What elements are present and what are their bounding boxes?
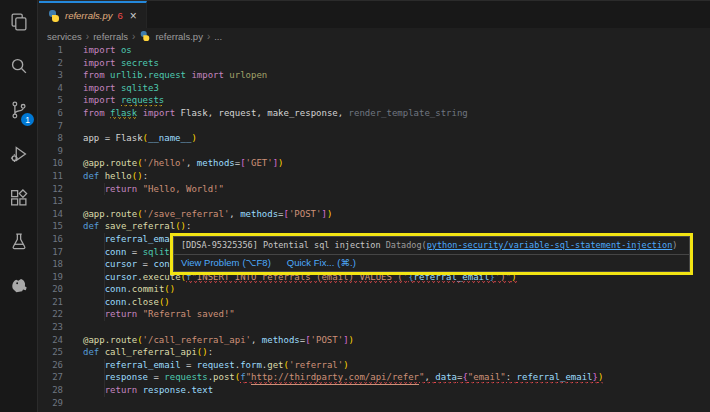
line-number: 18 <box>39 258 63 271</box>
line-number: 28 <box>39 384 63 397</box>
breadcrumb-item-referrals[interactable]: referrals <box>93 31 128 42</box>
datadog-icon[interactable] <box>0 264 38 308</box>
indent-guide <box>104 271 105 284</box>
chevron-right-icon: › <box>86 31 89 42</box>
indent-guide <box>104 258 105 271</box>
code-line[interactable]: 20 conn.commit() <box>39 283 710 296</box>
indent-guide <box>104 296 105 309</box>
python-file-icon <box>48 10 60 22</box>
hover-message: Potential sql injection <box>263 240 381 250</box>
indent-guide <box>104 183 105 196</box>
line-number: 5 <box>39 94 63 107</box>
extensions-icon[interactable] <box>0 176 38 220</box>
tab-bar: referrals.py 6 × <box>39 0 710 28</box>
code-line[interactable]: 29 <box>39 397 710 410</box>
code-line[interactable]: 15def save_referral(): <box>39 220 710 233</box>
line-number: 3 <box>39 69 63 82</box>
code-line[interactable]: 23 <box>39 321 710 334</box>
line-number: 19 <box>39 271 63 284</box>
code-line[interactable]: 1import os <box>39 44 710 57</box>
code-line[interactable]: 7 <box>39 120 710 133</box>
line-number: 29 <box>39 397 63 410</box>
code-line[interactable]: 13 <box>39 195 710 208</box>
testing-beaker-icon[interactable] <box>0 220 38 264</box>
line-number: 22 <box>39 308 63 321</box>
code-line[interactable]: 8app = Flask(__name__) <box>39 132 710 145</box>
chevron-right-icon: › <box>132 31 135 42</box>
indent-guide <box>104 246 105 259</box>
line-number: 2 <box>39 57 63 70</box>
breadcrumb-item-file[interactable]: referrals.py <box>155 31 203 42</box>
code-editor[interactable]: 1import os2import secrets3from urllib.re… <box>39 44 710 409</box>
activity-bar: 1 <box>0 0 38 412</box>
line-number: 24 <box>39 334 63 347</box>
search-icon[interactable] <box>0 44 38 88</box>
hover-actions-row: View Problem(⌥F8) Quick Fix...(⌘.) <box>174 254 689 271</box>
line-number: 25 <box>39 346 63 359</box>
chevron-right-icon: › <box>207 31 210 42</box>
hover-rule-link[interactable]: python-security/variable-sql-statement-i… <box>427 240 673 250</box>
code-lines: 1import os2import secrets3from urllib.re… <box>39 44 710 409</box>
line-number: 4 <box>39 82 63 95</box>
line-number: 26 <box>39 359 63 372</box>
code-line[interactable]: 12 return "Hello, World!" <box>39 183 710 196</box>
code-line[interactable]: 5import requests <box>39 94 710 107</box>
line-number: 21 <box>39 296 63 309</box>
editor-group: referrals.py 6 × services › referrals › … <box>39 0 710 412</box>
tab-referrals-py[interactable]: referrals.py 6 × <box>39 1 147 28</box>
python-file-icon <box>140 31 150 41</box>
code-line[interactable]: 27 response = requests.post(f"http://thi… <box>39 371 710 384</box>
code-line[interactable]: 10@app.route('/hello', methods=['GET']) <box>39 157 710 170</box>
hover-rule-id: [DDSA-95325356] <box>181 240 258 250</box>
code-line[interactable]: 22 return "Referral saved!" <box>39 308 710 321</box>
line-number: 9 <box>39 145 63 158</box>
line-number: 12 <box>39 183 63 196</box>
code-line[interactable]: 28 return response.text <box>39 384 710 397</box>
line-number: 6 <box>39 107 63 120</box>
code-line[interactable]: 6from flask import Flask, request, make_… <box>39 107 710 120</box>
hover-source-prefix: Datadog( <box>386 240 427 250</box>
indent-guide <box>104 359 105 372</box>
code-line[interactable]: 26 referral_email = request.form.get('re… <box>39 359 710 372</box>
breadcrumb: services › referrals › referrals.py › ..… <box>39 28 710 44</box>
tab-problem-count: 6 <box>118 10 123 21</box>
code-line[interactable]: 9 <box>39 145 710 158</box>
run-debug-icon[interactable] <box>0 132 38 176</box>
hover-message-row: [DDSA-95325356] Potential sql injection … <box>174 237 689 254</box>
line-number: 7 <box>39 120 63 133</box>
view-problem-link[interactable]: View Problem(⌥F8) <box>181 256 271 269</box>
line-number: 23 <box>39 321 63 334</box>
code-line[interactable]: 25def call_referral_api(): <box>39 346 710 359</box>
explorer-icon[interactable] <box>0 0 38 44</box>
code-line[interactable]: 11def hello(): <box>39 170 710 183</box>
line-number: 10 <box>39 157 63 170</box>
line-number: 8 <box>39 132 63 145</box>
indent-guide <box>104 308 105 321</box>
quick-fix-link[interactable]: Quick Fix...(⌘.) <box>287 256 356 269</box>
tab-close-icon[interactable]: × <box>130 10 137 22</box>
code-line[interactable]: 14@app.route('/save_referral', methods=[… <box>39 208 710 221</box>
line-number: 11 <box>39 170 63 183</box>
indent-guide <box>104 233 105 246</box>
source-control-icon[interactable]: 1 <box>0 88 38 132</box>
code-line[interactable]: 24@app.route('/call_referral_api', metho… <box>39 334 710 347</box>
indent-guide <box>104 384 105 397</box>
code-line[interactable]: 3from urllib.request import urlopen <box>39 69 710 82</box>
code-line[interactable]: 2import secrets <box>39 57 710 70</box>
code-line[interactable]: 21 conn.close() <box>39 296 710 309</box>
code-line[interactable]: 4import sqlite3 <box>39 82 710 95</box>
indent-guide <box>104 371 105 384</box>
line-number: 15 <box>39 220 63 233</box>
scm-badge: 1 <box>21 113 34 126</box>
line-number: 17 <box>39 246 63 259</box>
line-number: 14 <box>39 208 63 221</box>
line-number: 20 <box>39 283 63 296</box>
tab-filename: referrals.py <box>65 10 113 21</box>
breadcrumb-item-services[interactable]: services <box>47 31 82 42</box>
breadcrumb-item-ellipsis[interactable]: ... <box>214 31 222 42</box>
hover-source-suffix: ) <box>672 240 677 250</box>
problem-hover-tooltip: [DDSA-95325356] Potential sql injection … <box>173 236 690 272</box>
line-number: 1 <box>39 44 63 57</box>
line-number: 16 <box>39 233 63 246</box>
annotation-highlight-box: [DDSA-95325356] Potential sql injection … <box>170 233 693 275</box>
